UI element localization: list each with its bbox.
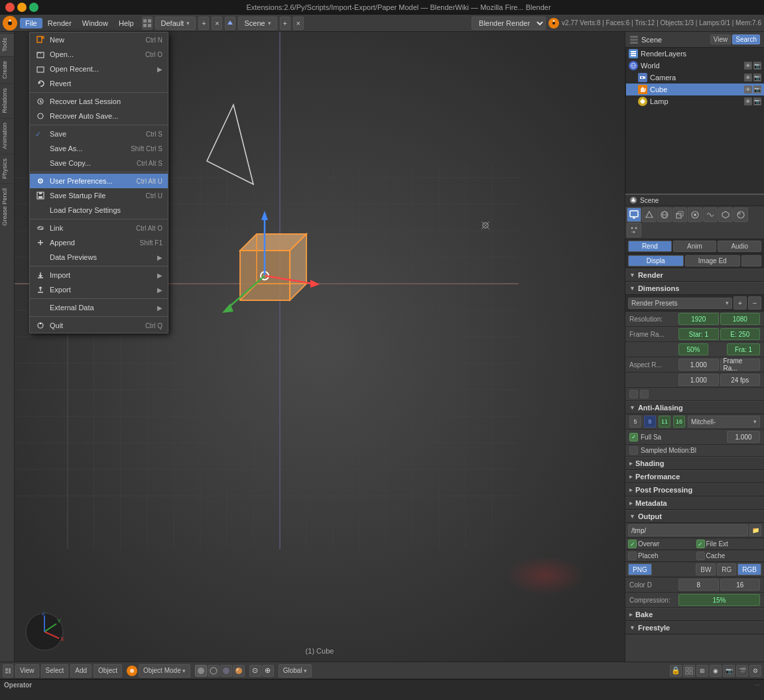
anim-tab[interactable]: Anim (673, 241, 717, 252)
world-vis-icon[interactable]: 👁 (744, 62, 752, 70)
compression-value[interactable]: 15% (678, 594, 760, 606)
help-menu-item[interactable]: Help (113, 18, 139, 29)
color-8bit-btn[interactable]: 8 (678, 579, 719, 591)
aa-16-btn[interactable]: 16 (673, 416, 685, 428)
lamp-render-icon[interactable]: 📷 (753, 97, 761, 105)
window-menu-item[interactable]: Window (77, 18, 113, 29)
output-path-input[interactable]: /tmp/ (628, 524, 748, 536)
res-y-input[interactable]: 1080 (720, 313, 761, 325)
animation-tab[interactable]: Animation (0, 118, 14, 153)
plus-scene-icon[interactable]: + (280, 17, 290, 30)
menu-save-as[interactable]: Save As... Shift Ctrl S (30, 141, 168, 156)
menu-external-data[interactable]: External Data ▶ (30, 300, 168, 315)
solid-shade-btn[interactable] (195, 665, 207, 677)
modifiers-icon-btn[interactable] (703, 207, 718, 222)
render-engine-selector[interactable]: Blender Render Cycles Render (472, 17, 546, 30)
menu-user-prefs[interactable]: User Preferences... Ctrl Alt U (30, 174, 168, 188)
viewport-add-btn[interactable]: Add (70, 664, 92, 677)
world-render-icon[interactable]: 📷 (753, 62, 761, 70)
render-menu-item[interactable]: Render (42, 18, 77, 29)
image-ed-tab[interactable]: Image Ed (685, 255, 741, 266)
render-presets-btn[interactable]: Render Presets ▾ (628, 298, 732, 309)
color-16bit-btn[interactable]: 16 (720, 579, 761, 591)
outliner-item-renderlayers[interactable]: RenderLayers (626, 48, 764, 60)
menu-export[interactable]: Export ▶ (30, 282, 168, 297)
camera-vis-icon[interactable]: 👁 (744, 74, 752, 82)
texture-shade-btn[interactable] (220, 665, 232, 677)
close-scene-icon[interactable]: × (293, 17, 304, 30)
output-section-header[interactable]: ▼ Output (625, 510, 764, 523)
object-icon-btn[interactable] (672, 207, 687, 222)
close-layout-icon[interactable]: × (212, 17, 222, 30)
scene-icon[interactable] (225, 17, 235, 30)
pivot-btn[interactable]: ⊙ (249, 665, 261, 677)
proportional-btn[interactable]: ◉ (710, 665, 722, 677)
menu-quit[interactable]: Quit Ctrl Q (30, 318, 168, 333)
particles-icon-btn[interactable] (627, 223, 641, 237)
physics-tab[interactable]: Physics (0, 154, 14, 183)
window-max-btn[interactable] (29, 3, 38, 12)
aa-filter-select[interactable]: Mitchell- ▾ (688, 416, 760, 428)
viewport-select-btn[interactable]: Select (41, 664, 69, 677)
render-btn[interactable]: 🎬 (736, 665, 748, 677)
layout-icon[interactable] (142, 17, 153, 30)
frame-start-input[interactable]: Star: 1 (678, 328, 719, 340)
png-format-btn[interactable]: PNG (628, 563, 652, 575)
bake-section-header[interactable]: ▸ Bake (625, 608, 764, 621)
frame-end-input[interactable]: E: 250 (720, 328, 761, 340)
time-re-check[interactable] (629, 390, 638, 398)
frame-step-input[interactable]: Fra: 1 (727, 343, 760, 355)
outliner-item-cube[interactable]: Cube 👁 📷 (626, 84, 764, 95)
tools-tab[interactable]: Tools (0, 33, 14, 56)
rgba-btn[interactable]: RGB (737, 563, 761, 575)
cube-render-icon[interactable]: 📷 (753, 86, 761, 93)
placeholder-check[interactable] (628, 552, 637, 560)
create-tab[interactable]: Create (0, 56, 14, 83)
editor-type-btn[interactable] (3, 664, 13, 677)
aa-8-btn[interactable]: 8 (644, 416, 656, 428)
file-ext-check[interactable]: ✓ (696, 540, 705, 548)
lamp-vis-icon[interactable]: 👁 (744, 97, 752, 105)
menu-new[interactable]: New Ctrl N (30, 32, 168, 47)
menu-save[interactable]: ✓ Save Ctrl S (30, 127, 168, 141)
menu-revert[interactable]: Revert (30, 76, 168, 91)
viewport-view-btn[interactable]: View (15, 664, 39, 677)
search-btn[interactable]: Search (732, 34, 760, 44)
time-re-check2[interactable] (640, 390, 649, 398)
extra-tab[interactable] (741, 255, 761, 266)
full-sample-val[interactable]: 1.000 (727, 431, 760, 443)
window-close-btn[interactable] (5, 3, 15, 12)
aa-11-btn[interactable]: 11 (659, 416, 670, 428)
freestyle-section-header[interactable]: ▼ Freestyle (625, 621, 764, 634)
outliner-item-world[interactable]: World 👁 📷 (626, 60, 764, 72)
aa-5-btn[interactable]: 5 (629, 416, 641, 428)
lock-btn[interactable]: 🔒 (670, 665, 682, 677)
grid-btn[interactable] (683, 665, 695, 677)
view-btn[interactable]: View (710, 34, 732, 44)
camera-view-btn[interactable]: 📷 (723, 665, 735, 677)
shading-section-header[interactable]: ▸ Shading (625, 457, 764, 470)
remove-preset-btn[interactable]: − (748, 296, 761, 310)
audio-tab[interactable]: Audio (718, 241, 761, 252)
snap-btn[interactable]: ⊞ (696, 665, 708, 677)
constraints-icon-btn[interactable] (688, 207, 702, 222)
global-local-selector[interactable]: Global ▾ (279, 664, 312, 677)
overwrite-check[interactable]: ✓ (628, 540, 637, 548)
percent-input[interactable]: 50% (678, 343, 708, 355)
scene-icon-btn[interactable] (642, 207, 657, 222)
viewport-object-btn[interactable]: Object (94, 664, 122, 677)
world-icon-btn[interactable] (657, 207, 672, 222)
displa-tab[interactable]: Displa (628, 255, 684, 266)
menu-import[interactable]: Import ▶ (30, 268, 168, 282)
render-section-header[interactable]: ▼ Render (625, 268, 764, 282)
sampled-check[interactable] (629, 446, 638, 455)
menu-link[interactable]: Link Ctrl Alt O (30, 221, 168, 235)
rgb-btn[interactable]: RG (717, 563, 736, 575)
res-x-input[interactable]: 1920 (678, 313, 719, 325)
bw-btn[interactable]: BW (696, 563, 716, 575)
performance-section-header[interactable]: ▸ Performance (625, 470, 764, 483)
relations-tab[interactable]: Relations (0, 84, 14, 117)
menu-recover-last[interactable]: Recover Last Session (30, 94, 168, 109)
full-sample-check[interactable]: ✓ (629, 433, 638, 441)
menu-save-copy[interactable]: Save Copy... Ctrl Alt S (30, 156, 168, 170)
